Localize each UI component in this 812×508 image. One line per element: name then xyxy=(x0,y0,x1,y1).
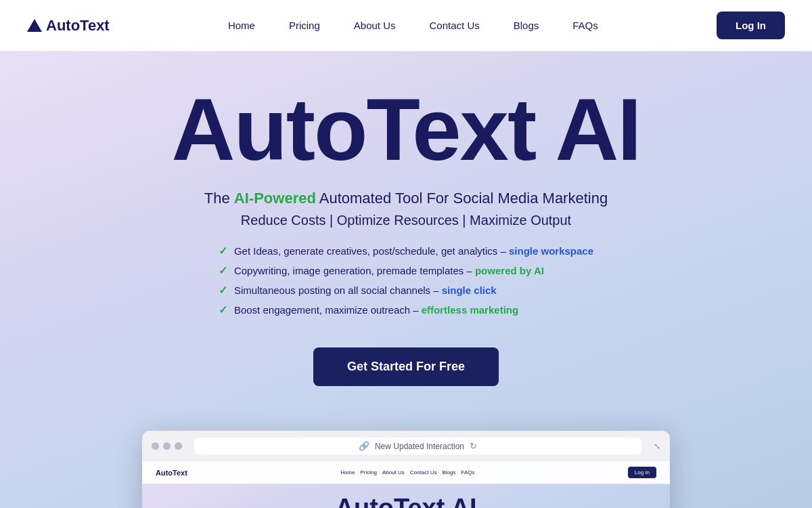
browser-toolbar: 🔗 New Updated Interaction ↻ ⤡ xyxy=(142,431,670,461)
mini-nav-home: Home xyxy=(340,469,355,475)
nav-home[interactable]: Home xyxy=(215,14,269,37)
checkmark-icon-2: ✓ xyxy=(219,264,227,277)
logo-triangle-icon xyxy=(27,19,42,32)
hero-section: AutoText AI The AI-Powered Automated Too… xyxy=(0,51,812,508)
feature-1-text: Get Ideas, generate creatives, post/sche… xyxy=(234,245,593,257)
cta-button[interactable]: Get Started For Free xyxy=(313,347,499,386)
mini-hero-content: AutoText AI The AI-Powered Automated Too… xyxy=(142,484,670,508)
feature-4: ✓ Boost engagement, maximize outreach – … xyxy=(219,303,593,316)
feature-3-text: Simultaneous posting on all social chann… xyxy=(234,284,497,296)
logo-text: AutoText xyxy=(46,17,110,35)
url-text: New Updated Interaction xyxy=(375,442,464,451)
subtitle-suffix: Automated Tool For Social Media Marketin… xyxy=(316,190,608,207)
nav-blogs[interactable]: Blogs xyxy=(500,14,553,37)
mini-title: AutoText AI xyxy=(156,495,656,508)
mini-nav-pricing: Pricing xyxy=(360,469,376,475)
dot-green xyxy=(175,442,182,450)
mini-logo: AutoText xyxy=(156,469,187,477)
feature-2: ✓ Copywriting, image generation, premade… xyxy=(219,264,593,277)
subtitle-prefix: The xyxy=(204,190,234,207)
mini-nav-contact: Contact Us xyxy=(410,469,437,475)
feature-2-text: Copywriting, image generation, premade t… xyxy=(234,265,544,276)
mini-navbar: AutoText Home Pricing About Us Contact U… xyxy=(142,461,670,484)
mini-nav-blogs: Blogs xyxy=(442,469,455,475)
checkmark-icon-1: ✓ xyxy=(219,245,227,257)
feature-4-text: Boost engagement, maximize outreach – ef… xyxy=(234,304,518,316)
navbar: AutoText Home Pricing About Us Contact U… xyxy=(0,0,812,51)
checkmark-icon-4: ✓ xyxy=(219,303,227,316)
link-icon: 🔗 xyxy=(359,441,369,451)
mini-login-button[interactable]: Log In xyxy=(628,467,656,478)
reduce-line: Reduce Costs | Optimize Resources | Maxi… xyxy=(27,213,785,228)
features-list: ✓ Get Ideas, generate creatives, post/sc… xyxy=(219,245,593,323)
mini-nav-faqs: FAQs xyxy=(461,469,474,475)
dot-yellow xyxy=(163,442,171,450)
nav-about[interactable]: About Us xyxy=(340,14,409,37)
browser-dots xyxy=(152,442,182,450)
expand-icon: ⤡ xyxy=(654,442,660,451)
browser-content: AutoText Home Pricing About Us Contact U… xyxy=(142,461,670,508)
subtitle-highlight: AI-Powered xyxy=(234,190,316,207)
hero-subtitle: The AI-Powered Automated Tool For Social… xyxy=(27,190,785,207)
nav-contact[interactable]: Contact Us xyxy=(416,14,493,37)
dot-red xyxy=(152,442,159,450)
checkmark-icon-3: ✓ xyxy=(219,284,227,297)
mini-nav-links: Home Pricing About Us Contact Us Blogs F… xyxy=(340,469,474,475)
browser-mockup: 🔗 New Updated Interaction ↻ ⤡ AutoText H… xyxy=(142,431,670,508)
login-button[interactable]: Log In xyxy=(717,12,785,39)
feature-1: ✓ Get Ideas, generate creatives, post/sc… xyxy=(219,245,593,257)
logo[interactable]: AutoText xyxy=(27,17,110,35)
mini-nav-about: About Us xyxy=(382,469,405,475)
nav-faqs[interactable]: FAQs xyxy=(559,14,612,37)
nav-links: Home Pricing About Us Contact Us Blogs F… xyxy=(215,14,612,37)
nav-pricing[interactable]: Pricing xyxy=(275,14,334,37)
refresh-icon: ↻ xyxy=(470,441,477,451)
url-bar: 🔗 New Updated Interaction ↻ xyxy=(194,438,641,454)
feature-3: ✓ Simultaneous posting on all social cha… xyxy=(219,284,593,297)
hero-title: AutoText AI xyxy=(27,85,785,173)
